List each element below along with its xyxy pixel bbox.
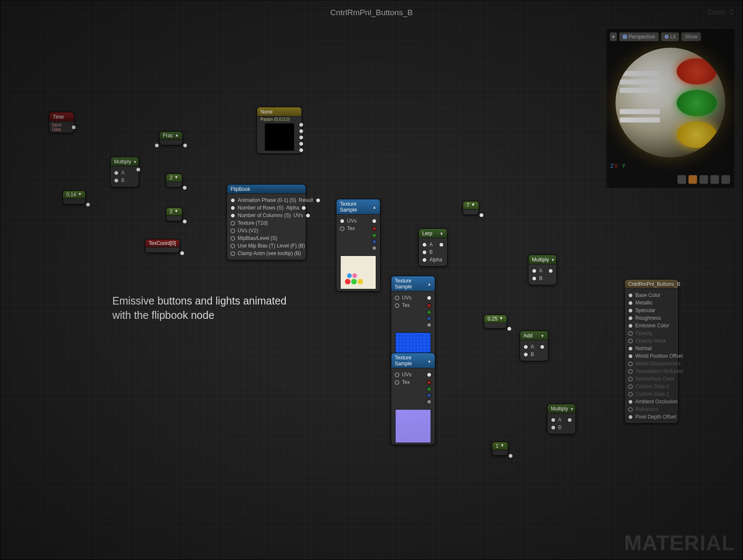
node-texture-sample-3[interactable]: Texture Sample▲ UVs Tex (391, 353, 435, 445)
node-material-output[interactable]: CntrlRmPnl_Buttons_B Base ColorMetallicS… (624, 279, 678, 424)
material-pin[interactable]: Opacity Mask (628, 337, 675, 345)
graph-canvas[interactable]: CntrlRmPnl_Buttons_B Zoom -2 MATERIAL Em… (0, 0, 743, 560)
param-swatch (265, 123, 294, 151)
material-pin[interactable]: Custom Data 0 (628, 383, 675, 390)
node-time[interactable]: Time Input Data (49, 112, 74, 133)
zoom-label: Zoom -2 (708, 8, 734, 16)
const-0.25[interactable]: 0.25▼ (484, 315, 507, 329)
preview-sphere[interactable] (616, 48, 725, 158)
tex-thumb-1 (340, 256, 376, 289)
preview-show-button[interactable]: Show (681, 32, 701, 41)
material-pin[interactable]: World Displacement (628, 360, 675, 367)
const-2a[interactable]: 2▼ (166, 174, 182, 188)
node-lerp[interactable]: Lerp▼ A B Alpha (418, 228, 447, 266)
camera-icon (623, 35, 627, 39)
material-pin[interactable]: Refraction (628, 405, 675, 413)
watermark: MATERIAL (624, 531, 735, 555)
node-flipbook[interactable]: FlipBook Animation Phase (0-1) (S)Result… (227, 184, 306, 260)
prim-mesh-icon[interactable] (721, 175, 730, 184)
prim-cube-icon[interactable] (710, 175, 719, 184)
tex-thumb-3 (395, 409, 431, 443)
material-pin[interactable]: Subsurface Color (628, 375, 675, 383)
node-add[interactable]: Add▼ A B (520, 331, 548, 361)
prim-plane-icon[interactable] (699, 175, 708, 184)
preview-lit-button[interactable]: Lit (661, 32, 680, 41)
material-pin[interactable]: Base Color (628, 291, 675, 299)
node-multiply-3[interactable]: Multiply▼ A B (547, 404, 576, 434)
preview-panel: ▾ Perspective Lit Show ZXY (607, 29, 734, 188)
material-pin[interactable]: Opacity (628, 329, 675, 337)
material-pin[interactable]: Metallic (628, 299, 675, 307)
chevron-down-icon[interactable]: ▼ (133, 160, 137, 164)
axis-gizmo: ZXY (610, 163, 625, 169)
node-texcoord[interactable]: TexCoord[0] (145, 239, 180, 253)
material-pin[interactable]: Ambient Occlusion (628, 398, 675, 405)
graph-title: CntrlRmPnl_Buttons_B (0, 8, 743, 17)
annotation-text: Emissive buttons and lights animated wit… (112, 294, 287, 323)
preview-menu-button[interactable]: ▾ (610, 32, 617, 41)
material-pin[interactable]: Roughness (628, 314, 675, 322)
material-pin[interactable]: Tessellation Multiplier (628, 367, 675, 375)
material-pin[interactable]: Normal (628, 345, 675, 352)
preview-perspective-button[interactable]: Perspective (619, 32, 659, 41)
const-7[interactable]: 7▼ (463, 201, 479, 215)
node-texture-sample-1[interactable]: Texture Sample▲ UVs Tex (336, 199, 380, 291)
const-0.14[interactable]: 0.14▼ (62, 190, 86, 204)
prim-sphere-icon[interactable] (688, 175, 697, 184)
node-param-none[interactable]: None Param (0,0,0,0) (257, 107, 302, 154)
material-pin[interactable]: Pixel Depth Offset (628, 413, 675, 421)
node-multiply-1[interactable]: Multiply▼ A B (110, 157, 139, 187)
material-pin[interactable]: Custom Data 1 (628, 390, 675, 398)
const-2b[interactable]: 2▼ (166, 207, 182, 221)
light-icon (664, 35, 669, 39)
material-pin[interactable]: Emissive Color (628, 322, 675, 329)
material-pin[interactable]: Specular (628, 307, 675, 314)
material-pin[interactable]: World Position Offset (628, 352, 675, 360)
prim-cylinder-icon[interactable] (677, 175, 686, 184)
node-frac[interactable]: Frac▲ (159, 131, 183, 145)
node-multiply-2[interactable]: Multiply▼ A B (528, 255, 557, 285)
const-1[interactable]: 1▼ (492, 442, 508, 456)
